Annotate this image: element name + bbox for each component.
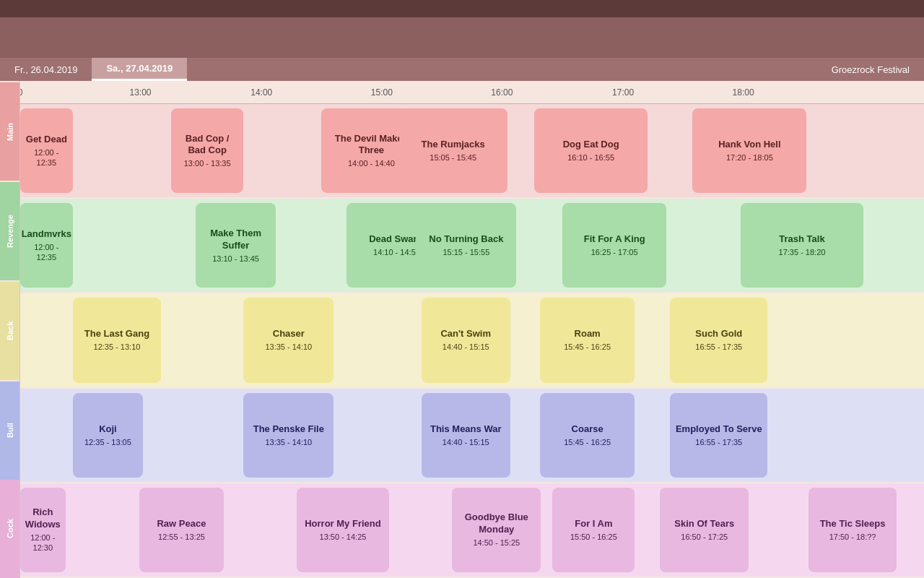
act-name: Koji [99, 423, 117, 436]
act-goodbye-blue-monday[interactable]: Goodbye Blue Monday14:50 - 15:25 [452, 488, 541, 572]
act-time: 17:50 - 18:?? [829, 532, 876, 542]
time-mark-0: 0 [20, 87, 22, 98]
date-festival[interactable]: Groezrock Festival [817, 58, 924, 81]
act-can-t-swim[interactable]: Can't Swim14:40 - 15:15 [422, 298, 510, 382]
act-name: Rich Widows [25, 506, 61, 531]
stage-label-back: Back [0, 280, 19, 380]
act-name: Employed To Serve [676, 423, 762, 436]
act-coarse[interactable]: Coarse15:45 - 16:25 [540, 393, 635, 478]
act-time: 12:00 - 12:30 [25, 532, 61, 553]
time-mark-1800: 18:00 [733, 87, 754, 98]
act-time: 12:55 - 13:25 [158, 532, 205, 542]
act-name: Hank Von Hell [718, 139, 780, 151]
act-name: Dog Eat Dog [563, 139, 619, 151]
act-time: 13:10 - 13:45 [212, 254, 259, 264]
stage-label-main: Main [0, 81, 19, 181]
act-time: 16:55 - 17:35 [695, 342, 742, 352]
act-name: Chaser [273, 328, 305, 340]
act-time: 13:35 - 14:10 [265, 437, 312, 447]
act-name: The Rumjacks [422, 139, 485, 151]
act-the-penske-file[interactable]: The Penske File13:35 - 14:10 [243, 393, 334, 478]
act-landmvrks[interactable]: Landmvrks12:00 - 12:35 [20, 203, 73, 288]
act-rich-widows[interactable]: Rich Widows12:00 - 12:30 [20, 488, 66, 572]
act-the-rumjacks[interactable]: The Rumjacks15:05 - 15:45 [399, 108, 507, 193]
stage-row-bull: Koji12:35 - 13:05The Penske File13:35 - … [20, 389, 924, 483]
act-time: 12:35 - 13:10 [94, 342, 141, 352]
act-time: 15:15 - 15:55 [443, 247, 489, 257]
act-trash-talk[interactable]: Trash Talk17:35 - 18:20 [741, 203, 863, 288]
act-time: 16:50 - 17:25 [681, 532, 728, 542]
act-time: 13:35 - 14:10 [265, 342, 312, 352]
act-time: 12:00 - 12:35 [25, 147, 69, 168]
act-time: 14:10 - 14:50 [373, 247, 420, 257]
act-fit-for-a-king[interactable]: Fit For A King16:25 - 17:05 [562, 203, 666, 288]
act-name: Skin Of Tears [674, 518, 734, 530]
status-bar [0, 0, 924, 17]
act-time: 16:10 - 16:55 [567, 152, 614, 163]
act-name: For I Am [575, 518, 612, 530]
act-name: Get Dead [26, 134, 67, 146]
date-navigation: Fr., 26.04.2019 Sa., 27.04.2019 Groezroc… [0, 58, 924, 81]
act-time: 15:45 - 16:25 [564, 342, 611, 352]
act-the-last-gang[interactable]: The Last Gang12:35 - 13:10 [73, 298, 162, 382]
stage-labels: Main Revenge Back Bull Cock [0, 81, 20, 578]
stage-row-main: Get Dead12:00 - 12:35Bad Cop / Bad Cop13… [20, 104, 924, 199]
act-get-dead[interactable]: Get Dead12:00 - 12:35 [20, 108, 73, 193]
act-name: Horror My Friend [305, 518, 380, 530]
act-name: This Means War [430, 423, 501, 436]
time-mark-1300: 13:00 [130, 87, 152, 98]
act-this-means-war[interactable]: This Means War14:40 - 15:15 [422, 393, 510, 478]
act-time: 14:40 - 15:15 [443, 437, 489, 447]
act-time: 17:35 - 18:20 [779, 247, 826, 257]
act-for-i-am[interactable]: For I Am15:50 - 16:25 [552, 488, 635, 572]
act-horror-my-friend[interactable]: Horror My Friend13:50 - 14:25 [297, 488, 389, 572]
time-mark-1700: 17:00 [612, 87, 634, 98]
act-koji[interactable]: Koji12:35 - 13:05 [73, 393, 144, 478]
act-the-tic-sleeps[interactable]: The Tic Sleeps17:50 - 18:?? [808, 488, 897, 572]
stage-rows: Get Dead12:00 - 12:35Bad Cop / Bad Cop13… [20, 104, 924, 578]
act-name: Fit For A King [584, 233, 645, 246]
act-no-turning-back[interactable]: No Turning Back15:15 - 15:55 [416, 203, 516, 288]
act-name: The Last Gang [84, 328, 149, 340]
act-name: Landmvrks [22, 228, 71, 241]
act-raw-peace[interactable]: Raw Peace12:55 - 13:25 [139, 488, 223, 572]
stage-label-cock: Cock [0, 480, 19, 578]
time-ruler: 013:0014:0015:0016:0017:0018:00 [20, 81, 924, 104]
act-name: The Penske File [253, 423, 324, 436]
stage-row-cock: Rich Widows12:00 - 12:30Raw Peace12:55 -… [20, 483, 924, 578]
app-bar [0, 17, 924, 58]
stage-row-revenge: Landmvrks12:00 - 12:35Make Them Suffer13… [20, 199, 924, 293]
act-name: Bad Cop / Bad Cop [175, 133, 239, 158]
schedule-content: 013:0014:0015:0016:0017:0018:00 Get Dead… [20, 81, 924, 578]
date-fr[interactable]: Fr., 26.04.2019 [0, 58, 92, 81]
act-bad-cop-bad-cop[interactable]: Bad Cop / Bad Cop13:00 - 13:35 [171, 108, 243, 193]
act-chaser[interactable]: Chaser13:35 - 14:10 [243, 298, 334, 382]
act-name: Roam [575, 328, 601, 340]
act-name: No Turning Back [429, 233, 503, 246]
act-name: Make Them Suffer [200, 228, 271, 252]
act-name: Such Gold [695, 328, 742, 340]
time-mark-1400: 14:00 [250, 87, 272, 98]
act-roam[interactable]: Roam15:45 - 16:25 [540, 298, 635, 382]
act-skin-of-tears[interactable]: Skin Of Tears16:50 - 17:25 [660, 488, 749, 572]
act-make-them-suffer[interactable]: Make Them Suffer13:10 - 13:45 [196, 203, 276, 288]
act-hank-von-hell[interactable]: Hank Von Hell17:20 - 18:05 [692, 108, 806, 193]
stage-label-revenge: Revenge [0, 181, 19, 280]
act-time: 16:55 - 17:35 [695, 437, 742, 447]
date-sa[interactable]: Sa., 27.04.2019 [92, 58, 187, 81]
act-time: 13:00 - 13:35 [184, 158, 231, 168]
act-time: 14:50 - 15:25 [473, 538, 520, 548]
act-dog-eat-dog[interactable]: Dog Eat Dog16:10 - 16:55 [534, 108, 648, 193]
time-mark-1600: 16:00 [491, 87, 513, 98]
act-name: Goodbye Blue Monday [456, 512, 536, 536]
act-time: 15:50 - 16:25 [570, 532, 617, 542]
act-employed-to-serve[interactable]: Employed To Serve16:55 - 17:35 [670, 393, 767, 478]
act-such-gold[interactable]: Such Gold16:55 - 17:35 [670, 298, 767, 382]
act-name: The Tic Sleeps [820, 518, 886, 530]
act-time: 15:05 - 15:45 [430, 152, 476, 163]
act-time: 17:20 - 18:05 [726, 152, 773, 163]
act-time: 12:35 - 13:05 [84, 437, 131, 447]
timeline-outer: Main Revenge Back Bull Cock 013:0014:001… [0, 81, 924, 578]
act-name: Trash Talk [779, 233, 824, 246]
act-name: Coarse [572, 423, 603, 436]
